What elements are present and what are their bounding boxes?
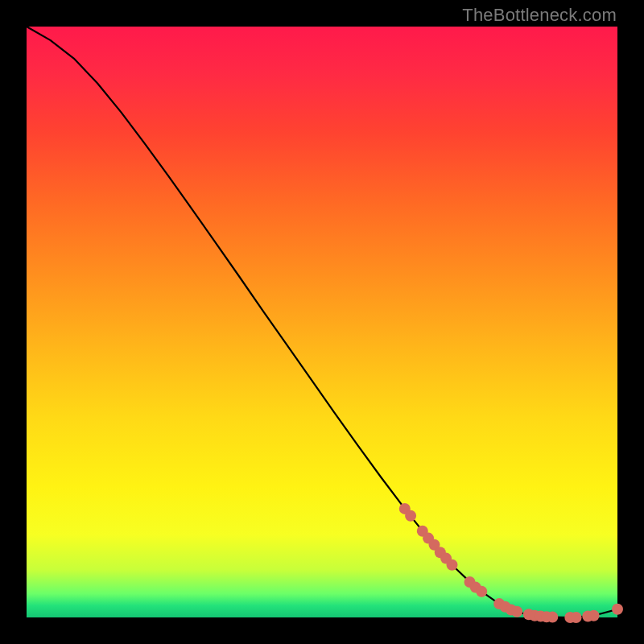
data-marker	[571, 612, 582, 623]
chart-svg	[27, 27, 617, 617]
data-marker	[612, 604, 623, 615]
chart-frame: TheBottleneck.com	[0, 0, 644, 644]
data-marker	[447, 559, 458, 571]
curve-line	[27, 27, 617, 617]
data-marker	[547, 612, 558, 623]
marker-group	[399, 503, 623, 623]
data-marker	[405, 510, 416, 522]
plot-area	[27, 27, 617, 617]
data-marker	[588, 610, 600, 621]
data-marker	[511, 606, 522, 617]
data-marker	[476, 586, 487, 597]
watermark-text: TheBottleneck.com	[462, 5, 617, 26]
